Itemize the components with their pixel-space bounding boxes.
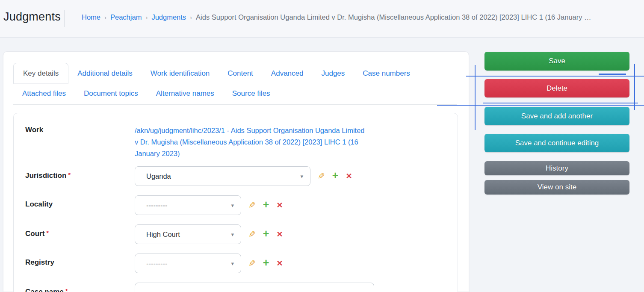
breadcrumb: Home›Peachjam›Judgments›Aids Support Org… [82,13,642,21]
header-divider [64,10,65,27]
chevron-down-icon: ▾ [300,174,303,179]
key-details-panel: Work /akn/ug/judgment/lihc/2023/1 - Aids… [13,113,458,292]
required-asterisk: * [65,287,68,292]
locality-select[interactable]: --------- ▾ [135,195,241,215]
add-icon[interactable]: + [263,199,269,210]
court-field-row: Court* High Court ▾ ✎ + ✕ [25,224,458,244]
breadcrumb-current: Aids Support Organisation Uganda Limited… [196,13,591,21]
history-button[interactable]: History [484,161,629,175]
edit-card: Key details Additional details Work iden… [3,51,469,292]
locality-select-value: --------- [146,201,167,209]
delete-icon[interactable]: ✕ [276,260,283,267]
registry-select-value: --------- [146,260,167,268]
jurisdiction-label: Jurisdiction* [25,166,135,180]
breadcrumb-judgments[interactable]: Judgments [151,13,186,21]
breadcrumb-separator-icon: › [145,14,148,21]
registry-label: Registry [25,254,135,267]
delete-button[interactable]: Delete [484,79,629,97]
work-link[interactable]: /akn/ug/judgment/lihc/2023/1 - Aids Supp… [135,125,368,159]
case-name-field-row: Case name* [25,283,458,292]
required-asterisk: * [68,171,71,178]
court-label: Court* [25,224,135,238]
tab-case-numbers[interactable]: Case numbers [354,63,419,84]
tab-judges[interactable]: Judges [312,63,354,84]
edit-icon[interactable]: ✎ [248,259,256,268]
tab-work-identification[interactable]: Work identification [142,63,219,84]
page-header: Judgments Home›Peachjam›Judgments›Aids S… [0,0,644,38]
add-icon[interactable]: + [263,257,269,268]
tab-row-2: Attached files Document topics Alternati… [13,88,457,99]
delete-icon[interactable]: ✕ [346,172,352,180]
artifact-horizontal-line-top [466,76,644,77]
breadcrumb-home[interactable]: Home [82,13,100,21]
save-and-continue-editing-button[interactable]: Save and continue editing [484,134,629,152]
tab-row-1: Key details Additional details Work iden… [13,63,457,84]
work-field-row: Work /akn/ug/judgment/lihc/2023/1 - Aids… [25,125,458,159]
add-icon[interactable]: + [263,228,269,239]
chevron-down-icon: ▾ [231,232,234,237]
jurisdiction-select-value: Uganda [146,172,171,180]
tab-key-details[interactable]: Key details [13,63,68,84]
tab-content[interactable]: Content [219,63,262,84]
chevron-down-icon: ▾ [231,203,234,208]
chevron-down-icon: ▾ [231,261,234,266]
court-select-value: High Court [146,230,180,239]
court-select[interactable]: High Court ▾ [135,224,241,244]
edit-icon[interactable]: ✎ [248,230,256,239]
artifact-horizontal-line-short [599,74,626,75]
registry-field-row: Registry --------- ▾ ✎ + ✕ [25,254,458,273]
delete-icon[interactable]: ✕ [276,201,283,209]
tab-alternative-names[interactable]: Alternative names [147,88,223,99]
save-button[interactable]: Save [484,52,629,71]
page-title: Judgments [3,10,61,24]
delete-icon[interactable]: ✕ [276,230,283,238]
locality-label: Locality [25,195,135,209]
edit-icon[interactable]: ✎ [318,172,325,180]
jurisdiction-select[interactable]: Uganda ▾ [135,166,310,186]
case-name-input[interactable] [135,283,374,292]
jurisdiction-field-row: Jurisdiction* Uganda ▾ ✎ + ✕ [25,166,458,186]
tab-additional-details[interactable]: Additional details [68,63,142,84]
breadcrumb-separator-icon: › [190,14,192,21]
view-on-site-button[interactable]: View on site [484,180,629,195]
tab-document-topics[interactable]: Document topics [75,88,147,99]
artifact-horizontal-line-bottom-upper [483,103,638,103]
work-label: Work [25,125,135,134]
artifact-horizontal-line-bottom-lower [437,105,644,106]
edit-icon[interactable]: ✎ [248,201,256,209]
tab-bar: Key details Additional details Work iden… [13,63,457,105]
tab-advanced[interactable]: Advanced [262,63,313,84]
artifact-vertical-line-left [475,65,476,130]
required-asterisk: * [46,229,49,236]
registry-select[interactable]: --------- ▾ [135,254,241,273]
tab-source-files[interactable]: Source files [223,88,279,99]
breadcrumb-peachjam[interactable]: Peachjam [110,13,142,21]
save-and-add-another-button[interactable]: Save and add another [484,107,629,125]
add-icon[interactable]: + [332,170,339,181]
case-name-label: Case name* [25,283,135,292]
breadcrumb-separator-icon: › [104,14,106,21]
locality-field-row: Locality --------- ▾ ✎ + ✕ [25,195,458,215]
tab-attached-files[interactable]: Attached files [13,88,75,99]
